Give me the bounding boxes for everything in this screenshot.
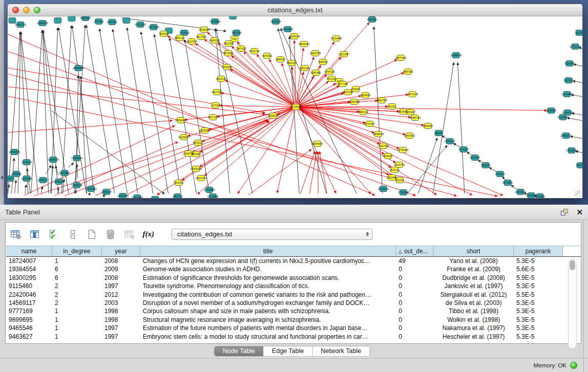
column-header-out_de[interactable]: △out_de... xyxy=(396,246,433,256)
table-cell[interactable]: 1997 xyxy=(102,282,140,290)
table-cell[interactable]: 0 xyxy=(396,316,433,324)
table-cell[interactable]: 18300295 xyxy=(6,274,52,282)
table-cell[interactable]: Disruption of a novel member of a sodium… xyxy=(140,299,396,307)
table-cell[interactable]: 18724007 xyxy=(6,257,52,265)
network-node[interactable]: 8471626 xyxy=(503,180,513,186)
table-cell[interactable]: 5.3E-5 xyxy=(514,316,563,324)
table-cell[interactable]: 5.3E-5 xyxy=(514,282,563,290)
network-node[interactable]: 11125 xyxy=(576,30,582,36)
network-node[interactable]: 7515526 xyxy=(179,30,189,36)
table-cell[interactable]: Tibbo et al. (1998) xyxy=(433,307,514,315)
network-node[interactable]: 1733426 xyxy=(398,190,408,195)
table-cell[interactable]: 0 xyxy=(396,307,433,315)
network-node[interactable]: 15751074 xyxy=(570,44,581,50)
scrollbar-thumb[interactable] xyxy=(570,260,575,270)
table-cell[interactable]: Franke et al. (2009) xyxy=(433,265,514,273)
network-node[interactable]: 20206578 xyxy=(48,157,59,163)
table-cell[interactable]: Estimation of the future numbers of pati… xyxy=(140,324,396,332)
table-cell[interactable]: 1 xyxy=(52,307,102,315)
table-row[interactable]: 1938455462009Genome-wide association stu… xyxy=(6,265,581,273)
function-builder-icon[interactable]: f(x) xyxy=(142,228,155,240)
float-panel-icon[interactable] xyxy=(561,209,569,216)
show-columns-icon[interactable] xyxy=(29,228,41,240)
network-node[interactable]: 20691406 xyxy=(37,20,48,26)
network-node[interactable]: 8454749 xyxy=(249,49,259,54)
network-node[interactable]: 9227342 xyxy=(563,78,574,83)
network-node[interactable] xyxy=(54,18,61,24)
network-node[interactable]: 5827505 xyxy=(196,34,206,40)
network-node[interactable]: 1145194 xyxy=(54,179,63,185)
network-node[interactable]: 5242848 xyxy=(222,64,232,70)
network-node[interactable]: 2935114 xyxy=(481,163,490,168)
network-node[interactable]: 8215955 xyxy=(535,194,545,199)
network-node[interactable]: 16640910 xyxy=(298,41,310,47)
table-cell[interactable]: 0 xyxy=(396,282,433,290)
network-node[interactable]: 5421022 xyxy=(326,76,337,82)
network-node[interactable]: 1362615 xyxy=(299,65,310,71)
window-resize-grip[interactable] xyxy=(575,190,581,197)
network-node[interactable]: 164095 xyxy=(434,130,443,136)
network-node[interactable]: 5675685 xyxy=(223,51,233,56)
table-cell[interactable]: Dudbridge et al. (2008) xyxy=(433,274,514,282)
network-node[interactable]: 252254 xyxy=(396,178,404,183)
network-node[interactable]: 1519834 xyxy=(21,160,32,165)
network-node[interactable]: 118753 xyxy=(576,163,582,168)
network-node[interactable]: 19166852 xyxy=(178,135,189,140)
table-cell[interactable]: 49 xyxy=(396,257,433,265)
network-node[interactable]: 9463627 xyxy=(405,110,416,115)
network-node[interactable]: 7625402 xyxy=(173,180,184,186)
row-height-icon[interactable] xyxy=(67,228,79,240)
table-cell[interactable]: Nakamura et al. (1997) xyxy=(433,324,514,332)
table-options-icon[interactable] xyxy=(10,228,22,240)
table-cell[interactable]: Structural magnetic resonance image aver… xyxy=(140,316,396,324)
table-row[interactable]: 1456911722003Disruption of a novel membe… xyxy=(6,299,581,307)
network-node[interactable]: 19218506 xyxy=(282,27,293,32)
close-panel-icon[interactable]: ✕ xyxy=(576,209,583,216)
table-cell[interactable]: 2008 xyxy=(102,257,140,265)
table-cell[interactable]: 2 xyxy=(52,291,102,299)
table-cell[interactable]: 1997 xyxy=(102,324,140,332)
table-cell[interactable]: 9777169 xyxy=(6,307,52,315)
table-cell[interactable]: 1998 xyxy=(102,316,140,324)
network-node[interactable]: 16210643 xyxy=(557,115,569,120)
table-cell[interactable]: Hescheler et al. (1997) xyxy=(433,333,514,341)
network-node[interactable] xyxy=(229,16,236,19)
network-node[interactable]: 2588520 xyxy=(275,57,286,62)
network-node[interactable]: 9777169 xyxy=(338,81,348,87)
network-node[interactable]: 16914479 xyxy=(195,176,207,181)
table-cell[interactable]: 5.3E-5 xyxy=(514,307,563,315)
network-node[interactable]: 16093809 xyxy=(209,19,221,25)
table-cell[interactable]: Genome-wide association studies in ADHD. xyxy=(140,265,396,273)
table-cell[interactable]: Estimation of significance thresholds fo… xyxy=(140,274,396,282)
network-node[interactable]: 13756928 xyxy=(397,147,408,153)
network-node[interactable]: 5912954 xyxy=(187,39,197,45)
table-cell[interactable]: 1 xyxy=(52,316,102,324)
window-titlebar[interactable]: citations_edges.txt xyxy=(8,4,582,16)
table-vertical-scrollbar[interactable] xyxy=(568,258,577,349)
table-cell[interactable]: Stergiakouli et al. (2012) xyxy=(433,291,514,299)
table-cell[interactable]: 6 xyxy=(52,274,102,282)
network-node[interactable]: 10653287 xyxy=(80,16,91,21)
column-header-name[interactable]: name xyxy=(6,246,52,256)
network-node[interactable]: 14671358 xyxy=(148,25,159,30)
table-cell[interactable]: 9465546 xyxy=(6,324,52,332)
network-node[interactable]: 2087682 xyxy=(367,17,377,23)
select-columns-checklist-icon[interactable] xyxy=(48,228,60,240)
network-node[interactable]: 17957223 xyxy=(85,186,97,192)
network-node[interactable]: 3215958 xyxy=(546,108,556,114)
network-node[interactable]: 10719155 xyxy=(135,22,146,28)
network-node[interactable]: 7663822 xyxy=(159,31,169,37)
network-node[interactable]: 16961758 xyxy=(310,51,321,56)
network-node[interactable] xyxy=(151,196,159,199)
table-cell[interactable]: Investigating the contribution of common… xyxy=(140,291,396,299)
network-node[interactable]: 17016534 xyxy=(566,148,577,154)
network-node[interactable]: 13905195 xyxy=(71,183,82,188)
network-node[interactable]: 10958107 xyxy=(101,189,112,195)
network-canvas-svg[interactable]: 1405571420691406106532871527602646616010… xyxy=(8,16,582,198)
tab-network-table[interactable]: Network Table xyxy=(313,346,369,356)
network-node[interactable]: 6497568 xyxy=(343,90,353,95)
table-row[interactable]: 1872400712008Changes of HCN gene express… xyxy=(6,257,581,265)
table-cell[interactable]: 5.3E-5 xyxy=(514,324,563,332)
column-header-pagerank[interactable]: pagerank xyxy=(514,246,563,256)
table-row[interactable]: 911546021997Tourette syndrome. Phenomeno… xyxy=(6,282,581,290)
